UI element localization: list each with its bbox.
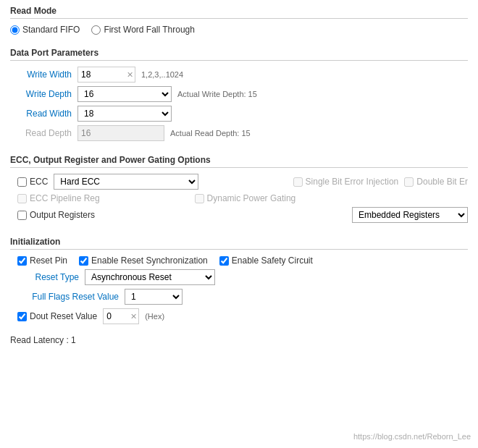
output-reg-label: Output Registers: [30, 210, 95, 220]
output-reg-checkbox[interactable]: [17, 211, 27, 220]
double-bit-wrap: Double Bit Er: [404, 177, 468, 187]
dout-reset-label: Dout Reset Value: [30, 311, 97, 321]
reset-type-select[interactable]: Asynchronous Reset Synchronous Reset: [85, 269, 215, 285]
reset-type-row: Reset Type Asynchronous Reset Synchronou…: [10, 269, 468, 285]
reset-pin-wrap[interactable]: Reset Pin: [17, 255, 67, 266]
read-width-select[interactable]: 18936: [77, 106, 172, 122]
initialization-section: Initialization Reset Pin Enable Reset Sy…: [0, 231, 478, 332]
enable-safety-checkbox[interactable]: [219, 256, 229, 266]
standard-fifo-label: Standard FIFO: [22, 25, 80, 35]
first-word-label: First Word Fall Through: [104, 25, 195, 35]
dout-reset-checkbox[interactable]: [17, 312, 27, 321]
ecc-section: ECC, Output Register and Power Gating Op…: [0, 149, 478, 231]
write-width-hint: 1,2,3,..1024: [141, 70, 183, 79]
reset-pin-checkbox[interactable]: [17, 256, 27, 266]
enable-safety-wrap[interactable]: Enable Safety Circuit: [219, 255, 313, 266]
dout-hint: (Hex): [145, 312, 164, 321]
write-width-clear-btn[interactable]: ✕: [127, 70, 133, 80]
read-mode-section: Read Mode Standard FIFO First Word Fall …: [0, 0, 478, 42]
output-reg-wrap[interactable]: Output Registers: [17, 210, 95, 220]
write-width-input-wrap: ✕: [77, 67, 135, 83]
dout-value-wrap: ✕: [103, 308, 139, 324]
watermark: https://blog.csdn.net/Reborn_Lee: [353, 432, 471, 441]
single-bit-label: Single Bit Error Injection: [306, 177, 399, 187]
ecc-row3: Output Registers 基于分布式RAM以及Block RAM资源时 …: [10, 207, 468, 223]
single-bit-wrap: Single Bit Error Injection: [293, 177, 399, 187]
full-flags-row: Full Flags Reset Value 1 0: [10, 289, 468, 305]
ecc-title: ECC, Output Register and Power Gating Op…: [10, 155, 468, 168]
single-bit-checkbox: [293, 177, 303, 187]
double-bit-label: Double Bit Er: [416, 177, 468, 187]
ecc-pipeline-label: ECC Pipeline Reg: [30, 193, 100, 203]
double-bit-checkbox: [404, 177, 414, 187]
enable-reset-sync-checkbox[interactable]: [79, 256, 88, 266]
enable-reset-sync-wrap[interactable]: Enable Reset Synchronization: [79, 255, 208, 266]
read-mode-title: Read Mode: [10, 6, 468, 19]
read-depth-hint: Actual Read Depth: 15: [170, 129, 251, 138]
ecc-checkbox-label: ECC: [30, 177, 48, 187]
ecc-checkbox[interactable]: [17, 177, 27, 187]
reset-type-label: Reset Type: [17, 272, 79, 282]
enable-reset-sync-label: Enable Reset Synchronization: [91, 255, 208, 266]
ecc-row1: ECC Hard ECC Soft ECC None Single Bit Er…: [10, 174, 468, 190]
full-flags-label: Full Flags Reset Value: [17, 292, 119, 302]
ecc-checkbox-wrap[interactable]: ECC: [17, 177, 48, 187]
ecc-row2: ECC Pipeline Reg Dynamic Power Gating: [10, 193, 468, 203]
first-word-option[interactable]: First Word Fall Through: [91, 25, 195, 35]
dout-clear-btn[interactable]: ✕: [130, 312, 137, 321]
data-port-section: Data Port Parameters Write Width ✕ 1,2,3…: [0, 42, 478, 149]
initialization-title: Initialization: [10, 237, 468, 250]
enable-safety-label: Enable Safety Circuit: [232, 255, 313, 266]
write-width-row: Write Width ✕ 1,2,3,..1024: [10, 67, 468, 83]
dynamic-power-checkbox: [195, 194, 204, 203]
ecc-pipeline-checkbox: [17, 194, 27, 203]
read-latency-text: Read Latency : 1: [10, 335, 76, 345]
read-depth-label: Read Depth: [10, 128, 72, 138]
read-latency: Read Latency : 1: [0, 332, 478, 348]
embedded-select[interactable]: Embedded Registers Fabric Registers None: [352, 207, 468, 223]
reset-pin-label: Reset Pin: [30, 255, 67, 266]
ecc-type-select[interactable]: Hard ECC Soft ECC None: [54, 174, 198, 190]
standard-fifo-radio[interactable]: [10, 25, 20, 35]
read-width-label: Read Width: [10, 109, 72, 119]
write-depth-row: Write Depth 163264128 Actual Write Depth…: [10, 86, 468, 102]
reset-pin-row: Reset Pin Enable Reset Synchronization E…: [10, 255, 468, 266]
full-flags-select[interactable]: 1 0: [125, 289, 183, 305]
first-word-radio[interactable]: [91, 25, 101, 35]
write-depth-label: Write Depth: [10, 89, 72, 99]
write-depth-select[interactable]: 163264128: [77, 86, 172, 102]
standard-fifo-option[interactable]: Standard FIFO: [10, 25, 80, 35]
dout-reset-wrap[interactable]: Dout Reset Value: [17, 311, 97, 321]
read-width-row: Read Width 18936: [10, 106, 468, 122]
dout-reset-row: Dout Reset Value ✕ (Hex): [10, 308, 468, 324]
read-depth-row: Read Depth Actual Read Depth: 15: [10, 125, 468, 141]
read-mode-options: Standard FIFO First Word Fall Through: [10, 25, 468, 35]
write-depth-hint: Actual Write Depth: 15: [177, 90, 257, 98]
dynamic-power-wrap: Dynamic Power Gating: [195, 193, 296, 203]
read-depth-input: [77, 125, 164, 141]
dynamic-power-label: Dynamic Power Gating: [207, 193, 296, 203]
data-port-title: Data Port Parameters: [10, 48, 468, 61]
ecc-pipeline-wrap: ECC Pipeline Reg: [17, 193, 100, 203]
write-width-label: Write Width: [10, 69, 72, 80]
